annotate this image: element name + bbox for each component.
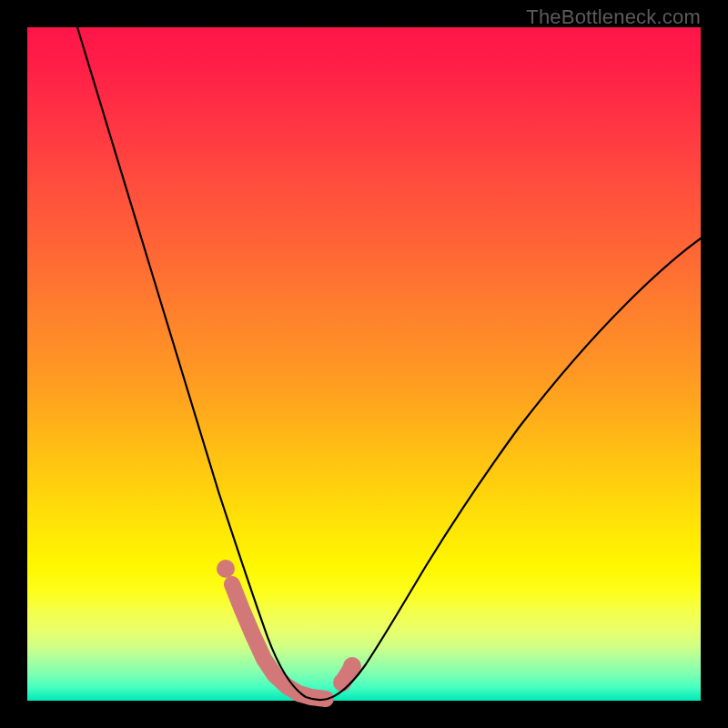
trough-highlight — [217, 560, 361, 699]
watermark-text: TheBottleneck.com — [526, 5, 701, 29]
chart-stage: TheBottleneck.com — [0, 0, 728, 728]
bottleneck-curve — [77, 27, 701, 700]
chart-svg — [27, 27, 701, 701]
highlight-dot-left — [217, 560, 235, 578]
highlight-segment-left — [232, 584, 326, 699]
highlight-segment-right — [342, 666, 352, 682]
